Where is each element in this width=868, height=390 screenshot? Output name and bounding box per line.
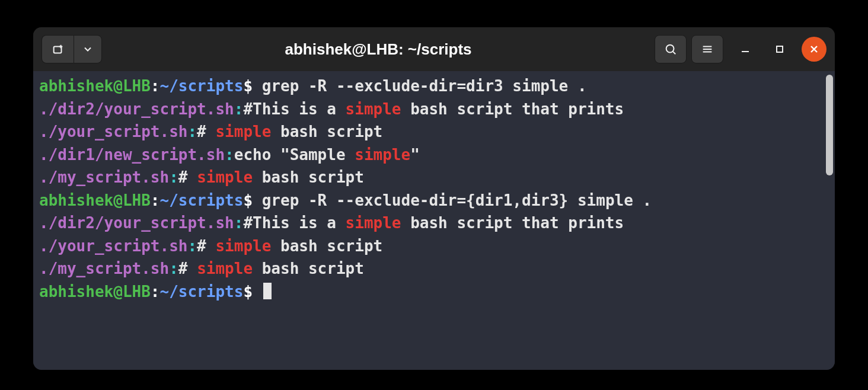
- terminal-output: abhishek@LHB:~/scripts$ grep -R --exclud…: [39, 75, 829, 303]
- prompt-path: ~/scripts: [160, 191, 244, 209]
- chevron-down-icon: [82, 43, 94, 55]
- grep-result-line: ./dir1/new_script.sh:echo "Sample simple…: [39, 143, 829, 167]
- grep-match: simple: [197, 260, 253, 277]
- grep-result-line: ./your_script.sh:# simple bash script: [39, 235, 829, 258]
- cursor: [263, 283, 272, 299]
- command-text: grep -R --exclude-dir=dir3 simple .: [262, 77, 587, 95]
- svg-rect-0: [53, 46, 61, 53]
- grep-match: simple: [355, 146, 410, 164]
- search-icon: [664, 43, 677, 56]
- new-tab-button[interactable]: [42, 35, 74, 63]
- grep-result-line: ./dir2/your_script.sh:#This is a simple …: [39, 212, 829, 235]
- search-button[interactable]: [655, 35, 687, 63]
- maximize-button[interactable]: [767, 37, 792, 62]
- close-button[interactable]: [802, 37, 826, 62]
- grep-file: ./dir2/your_script.sh: [39, 214, 234, 232]
- command-text: grep -R --exclude-dir={dir1,dir3} simple…: [262, 191, 652, 209]
- grep-result-line: ./my_script.sh:# simple bash script: [39, 257, 829, 280]
- grep-file: ./my_script.sh: [39, 260, 169, 277]
- svg-rect-7: [777, 46, 783, 52]
- grep-file: ./your_script.sh: [39, 123, 187, 140]
- tab-menu-button[interactable]: [74, 35, 102, 63]
- prompt-path: ~/scripts: [160, 283, 244, 301]
- prompt-user-host: abhishek@LHB: [39, 77, 151, 95]
- terminal-window: abhishek@LHB: ~/scripts abhishek@LHB:~/s…: [33, 27, 835, 370]
- grep-match: simple: [215, 123, 271, 140]
- hamburger-icon: [701, 43, 714, 56]
- grep-file: ./dir2/your_script.sh: [39, 100, 234, 118]
- minimize-icon: [741, 44, 750, 54]
- grep-result-line: ./dir2/your_script.sh:#This is a simple …: [39, 98, 829, 121]
- prompt-user-host: abhishek@LHB: [39, 283, 151, 301]
- grep-file: ./your_script.sh: [39, 237, 187, 255]
- terminal-body[interactable]: abhishek@LHB:~/scripts$ grep -R --exclud…: [33, 71, 835, 370]
- grep-file: ./my_script.sh: [39, 168, 169, 186]
- minimize-button[interactable]: [733, 37, 758, 62]
- scrollbar-thumb[interactable]: [826, 75, 833, 175]
- titlebar: abhishek@LHB: ~/scripts: [33, 27, 835, 71]
- grep-match: simple: [346, 214, 401, 232]
- maximize-icon: [776, 45, 784, 53]
- grep-result-line: ./your_script.sh:# simple bash script: [39, 120, 829, 143]
- hamburger-menu-button[interactable]: [691, 35, 723, 63]
- grep-file: ./dir1/new_script.sh: [39, 146, 225, 164]
- grep-match: simple: [197, 168, 253, 186]
- grep-match: simple: [346, 100, 401, 118]
- svg-line-2: [673, 52, 675, 54]
- prompt-line: abhishek@LHB:~/scripts$ grep -R --exclud…: [39, 75, 829, 98]
- prompt-path: ~/scripts: [160, 77, 244, 95]
- close-icon: [809, 44, 819, 54]
- prompt-line: abhishek@LHB:~/scripts$ grep -R --exclud…: [39, 189, 829, 212]
- window-title: abhishek@LHB: ~/scripts: [107, 40, 650, 59]
- tab-buttons-group: [42, 35, 102, 63]
- grep-result-line: ./my_script.sh:# simple bash script: [39, 166, 829, 189]
- prompt-line: abhishek@LHB:~/scripts$: [39, 280, 829, 303]
- svg-point-1: [666, 45, 674, 53]
- prompt-user-host: abhishek@LHB: [39, 191, 151, 209]
- grep-match: simple: [215, 237, 271, 255]
- new-tab-icon: [52, 43, 65, 56]
